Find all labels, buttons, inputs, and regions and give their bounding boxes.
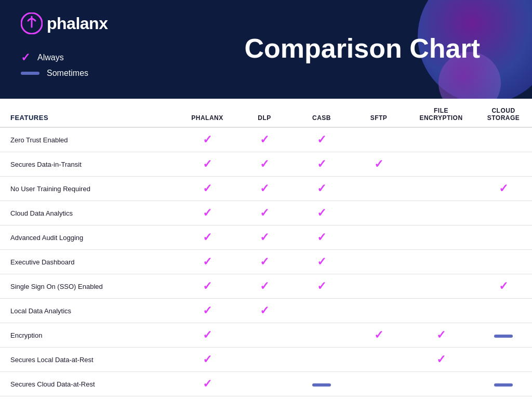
sftp-cell — [350, 372, 407, 396]
sftp-cell — [350, 250, 407, 274]
feature-cell: Usable Within Minutes — [0, 396, 179, 400]
cloud_storage-cell — [475, 152, 532, 177]
check-mark: ✓ — [203, 133, 212, 147]
casb-cell: ✓ — [293, 177, 350, 201]
casb-cell: ✓ — [293, 127, 350, 152]
legend-sometimes: Sometimes — [21, 69, 108, 78]
file_encryption-cell — [407, 177, 475, 201]
logo: phalanx — [21, 12, 108, 34]
check-mark: ✓ — [436, 353, 446, 366]
phalanx-cell: ✓ — [179, 348, 236, 372]
col-header-casb: CASB — [293, 99, 350, 127]
feature-cell: Advanced Audit Logging — [0, 225, 179, 250]
check-mark: ✓ — [499, 182, 508, 195]
dlp-cell: ✓ — [236, 250, 293, 274]
check-mark: ✓ — [317, 182, 326, 195]
casb-cell — [293, 299, 350, 323]
col-header-features: FEATURES — [0, 99, 179, 127]
sftp-cell — [350, 348, 407, 372]
feature-cell: Local Data Analytics — [0, 299, 179, 323]
sftp-cell — [350, 396, 407, 400]
file_encryption-cell — [407, 396, 475, 400]
check-mark: ✓ — [260, 231, 269, 244]
casb-cell: ✓ — [293, 225, 350, 250]
file_encryption-cell: ✓ — [407, 348, 475, 372]
feature-cell: Secures Cloud Data-at-Rest — [0, 372, 179, 396]
table-row: Zero Trust Enabled✓✓✓ — [0, 127, 532, 152]
table-row: Executive Dashboard✓✓✓ — [0, 250, 532, 274]
file_encryption-cell — [407, 201, 475, 225]
dlp-cell — [236, 372, 293, 396]
table-row: Cloud Data Analytics✓✓✓ — [0, 201, 532, 225]
phalanx-cell: ✓ — [179, 152, 236, 177]
legend-sometimes-label: Sometimes — [47, 69, 88, 78]
casb-cell: ✓ — [293, 274, 350, 299]
dlp-cell: ✓ — [236, 152, 293, 177]
legend-always-label: Always — [37, 53, 64, 62]
check-mark: ✓ — [203, 328, 212, 342]
table-row: Advanced Audit Logging✓✓✓ — [0, 225, 532, 250]
phalanx-cell: ✓ — [179, 299, 236, 323]
casb-cell — [293, 323, 350, 348]
cloud_storage-cell — [475, 299, 532, 323]
logo-text: phalanx — [47, 14, 108, 33]
casb-cell — [293, 396, 350, 400]
table-row: Encryption✓✓✓ — [0, 323, 532, 348]
phalanx-cell: ✓ — [179, 372, 236, 396]
check-mark: ✓ — [260, 255, 269, 269]
file_encryption-cell: ✓ — [407, 323, 475, 348]
table-row: Local Data Analytics✓✓ — [0, 299, 532, 323]
feature-cell: No User Training Required — [0, 177, 179, 201]
cloud_storage-cell: ✓ — [475, 274, 532, 299]
table-header-row: FEATURES PHALANX DLP CASB SFTP FILEENCRY… — [0, 99, 532, 127]
dlp-cell: ✓ — [236, 177, 293, 201]
comparison-table-container: FEATURES PHALANX DLP CASB SFTP FILEENCRY… — [0, 99, 532, 399]
check-mark: ✓ — [203, 280, 212, 293]
legend: ✓ Always Sometimes — [21, 51, 108, 78]
casb-cell: ✓ — [293, 152, 350, 177]
cloud_storage-cell — [475, 250, 532, 274]
dash-mark — [312, 383, 331, 387]
check-mark: ✓ — [317, 206, 326, 220]
header-left: phalanx ✓ Always Sometimes — [21, 12, 108, 78]
check-mark: ✓ — [317, 157, 326, 171]
table-row: No User Training Required✓✓✓✓ — [0, 177, 532, 201]
sftp-cell: ✓ — [350, 323, 407, 348]
check-mark: ✓ — [499, 280, 508, 293]
file_encryption-cell — [407, 225, 475, 250]
casb-cell — [293, 348, 350, 372]
check-mark: ✓ — [260, 206, 269, 220]
dlp-cell — [236, 348, 293, 372]
check-mark: ✓ — [260, 157, 269, 171]
legend-always: ✓ Always — [21, 51, 108, 64]
check-mark: ✓ — [203, 304, 212, 317]
feature-cell: Zero Trust Enabled — [0, 127, 179, 152]
file_encryption-cell — [407, 274, 475, 299]
check-mark: ✓ — [260, 133, 269, 147]
table-row: Secures Cloud Data-at-Rest✓ — [0, 372, 532, 396]
check-mark: ✓ — [260, 304, 269, 317]
file_encryption-cell — [407, 372, 475, 396]
sftp-cell — [350, 225, 407, 250]
feature-cell: Cloud Data Analytics — [0, 201, 179, 225]
dlp-cell: ✓ — [236, 274, 293, 299]
feature-cell: Secures Data-in-Transit — [0, 152, 179, 177]
cloud_storage-cell — [475, 348, 532, 372]
check-mark: ✓ — [203, 377, 212, 391]
feature-cell: Secures Local Data-at-Rest — [0, 348, 179, 372]
check-mark: ✓ — [260, 182, 269, 195]
casb-cell: ✓ — [293, 250, 350, 274]
check-mark: ✓ — [203, 353, 212, 366]
casb-cell: ✓ — [293, 201, 350, 225]
col-header-file-encryption: FILEENCRYPTION — [407, 99, 475, 127]
cloud_storage-cell — [475, 323, 532, 348]
dlp-cell: ✓ — [236, 201, 293, 225]
check-mark: ✓ — [374, 157, 383, 171]
dash-icon — [21, 72, 39, 75]
phalanx-cell: ✓ — [179, 274, 236, 299]
feature-cell: Executive Dashboard — [0, 250, 179, 274]
page-title: Comparison Chart — [244, 33, 480, 64]
dash-mark — [494, 335, 513, 338]
table-row: Secures Local Data-at-Rest✓✓ — [0, 348, 532, 372]
logo-icon — [21, 12, 43, 34]
